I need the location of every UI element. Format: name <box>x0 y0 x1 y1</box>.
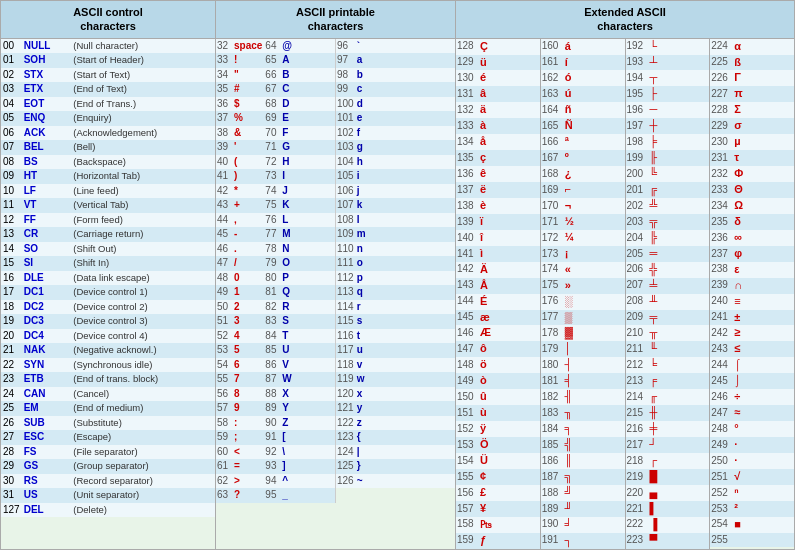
table-row: 160á <box>541 39 625 55</box>
char-val: . <box>232 242 264 257</box>
ext-char: ─ <box>648 102 710 118</box>
dec-num: 22 <box>1 358 22 373</box>
table-row: 204╠ <box>626 230 710 246</box>
dec-num2: 83 <box>264 314 280 329</box>
printable-col-2: 96`97a98b99c100d101e102f103g104h105i106j… <box>336 39 455 503</box>
ext-char: ╤ <box>648 310 710 326</box>
ext-char: î <box>478 230 540 246</box>
ext-char: ╗ <box>563 469 625 485</box>
table-row: 111o <box>336 256 455 271</box>
dec-num: 44 <box>216 213 232 228</box>
dec-num: 178 <box>541 325 563 341</box>
code-abbr: DC2 <box>22 300 72 315</box>
ext-char: ⁿ <box>732 485 794 501</box>
dec-num: 179 <box>541 341 563 357</box>
table-row: 36$68D <box>216 97 335 112</box>
ext-char: ╪ <box>648 421 710 437</box>
table-row: 200╚ <box>626 166 710 182</box>
code-desc: (Bell) <box>71 140 215 155</box>
table-row: 126~ <box>336 474 455 489</box>
table-row: 15SI(Shift In) <box>1 256 215 271</box>
table-row: 167º <box>541 150 625 166</box>
table-row: 124| <box>336 445 455 460</box>
ext-char: ⌠ <box>732 357 794 373</box>
ext-char: ╛ <box>563 517 625 533</box>
ext-char: æ <box>478 310 540 326</box>
table-row: 248° <box>710 421 794 437</box>
table-row: 209╤ <box>626 310 710 326</box>
dec-num: 247 <box>710 405 732 421</box>
dec-num: 163 <box>541 86 563 102</box>
char-val2: J <box>280 184 335 199</box>
char-val2: Z <box>280 416 335 431</box>
dec-num: 113 <box>336 285 355 300</box>
dec-num: 224 <box>710 39 732 55</box>
ext-char: ╦ <box>648 214 710 230</box>
ext-char: ÷ <box>732 389 794 405</box>
code-desc: (Group separator) <box>71 459 215 474</box>
dec-num: 214 <box>626 389 648 405</box>
ext-char: σ <box>732 118 794 134</box>
table-row: 148ö <box>456 357 540 373</box>
table-row: 243≤ <box>710 341 794 357</box>
dec-num: 109 <box>336 227 355 242</box>
table-row: 145æ <box>456 310 540 326</box>
table-row: 203╦ <box>626 214 710 230</box>
ext-char: ¡ <box>563 246 625 262</box>
char-val: ~ <box>355 474 455 489</box>
ext-char: ▄ <box>648 485 710 501</box>
char-val2: B <box>280 68 335 83</box>
dec-num: 42 <box>216 184 232 199</box>
code-desc: (Vertical Tab) <box>71 198 215 213</box>
dec-num: 114 <box>336 300 355 315</box>
code-desc: (Device control 2) <box>71 300 215 315</box>
char-val: h <box>355 155 455 170</box>
table-row: 136ê <box>456 166 540 182</box>
dec-num: 174 <box>541 262 563 278</box>
table-row: 25EM(End of medium) <box>1 401 215 416</box>
dec-num: 191 <box>541 533 563 549</box>
table-row: 144É <box>456 294 540 310</box>
table-row: 37%69E <box>216 111 335 126</box>
table-row: 56888X <box>216 387 335 402</box>
char-val: v <box>355 358 455 373</box>
char-val: r <box>355 300 455 315</box>
dec-num: 166 <box>541 134 563 150</box>
ext-char: ┴ <box>648 55 710 71</box>
char-val2: P <box>280 271 335 286</box>
code-desc: (Horizontal Tab) <box>71 169 215 184</box>
dec-num: 180 <box>541 357 563 373</box>
ext-char: █ <box>648 469 710 485</box>
char-val: t <box>355 329 455 344</box>
dec-num: 155 <box>456 469 478 485</box>
ext-char: Ñ <box>563 118 625 134</box>
dec-num: 153 <box>456 437 478 453</box>
dec-num: 209 <box>626 310 648 326</box>
char-val: q <box>355 285 455 300</box>
table-row: 44,76L <box>216 213 335 228</box>
table-row: 06ACK(Acknowledgement) <box>1 126 215 141</box>
dec-num2: 90 <box>264 416 280 431</box>
dec-num2: 86 <box>264 358 280 373</box>
ext-char: Ç <box>478 39 540 55</box>
ext-char: ╨ <box>648 294 710 310</box>
dec-num: 06 <box>1 126 22 141</box>
ext-char: ÿ <box>478 421 540 437</box>
dec-num: 56 <box>216 387 232 402</box>
ext-char: δ <box>732 214 794 230</box>
char-val2: X <box>280 387 335 402</box>
code-desc: (Device control 4) <box>71 329 215 344</box>
ext-char: ₧ <box>478 517 540 533</box>
dec-num: 99 <box>336 82 355 97</box>
table-row: 02STX(Start of Text) <box>1 68 215 83</box>
dec-num: 211 <box>626 341 648 357</box>
table-row: 01SOH(Start of Header) <box>1 53 215 68</box>
code-abbr: DLE <box>22 271 72 286</box>
table-row: 21NAK(Negative acknowl.) <box>1 343 215 358</box>
ext-char: ╕ <box>563 421 625 437</box>
char-val2: ] <box>280 459 335 474</box>
table-row: 238ε <box>710 262 794 278</box>
dec-num: 251 <box>710 469 732 485</box>
dec-num: 102 <box>336 126 355 141</box>
dec-num: 124 <box>336 445 355 460</box>
